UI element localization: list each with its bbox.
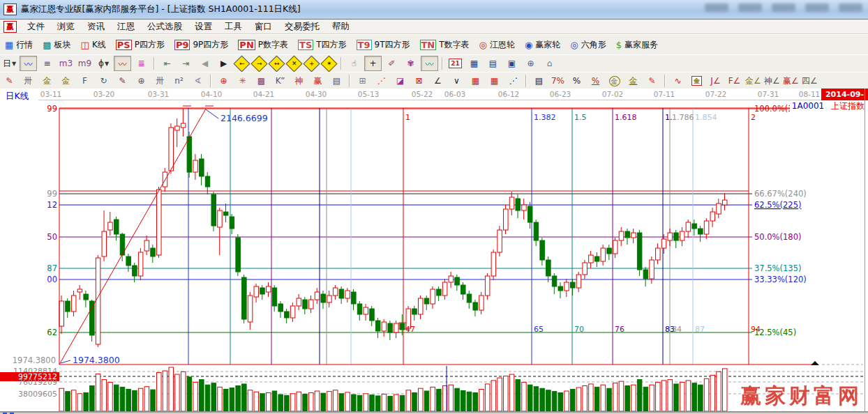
toolbar-button-x-box[interactable]: ⊠ xyxy=(410,73,428,89)
chart-canvas[interactable]: 100.0%(360)9966.67%(240)9962.5%(225)1250… xyxy=(0,102,868,414)
toolbar-button-prev-button[interactable]: ◀ xyxy=(196,56,214,71)
toolbar-button-gold-circle[interactable]: 金 xyxy=(606,73,623,89)
window-button-blurred[interactable] xyxy=(772,3,795,12)
menu-item-文件[interactable]: 文件 xyxy=(21,20,51,34)
toolbar-button-pan-right-diamond[interactable]: → xyxy=(250,55,267,72)
toolbar-button-j-angle[interactable]: J∠ xyxy=(707,73,724,89)
toolbar-button-hand-tool[interactable]: ☝ xyxy=(345,56,363,71)
toolbar-button-angle-sharp[interactable]: ∠ xyxy=(429,73,447,89)
toolbar-button-gann-web[interactable]: ✳ xyxy=(234,73,251,89)
toolbar-button-save-floppy[interactable]: ▣ xyxy=(503,56,521,71)
menu-item-江恩[interactable]: 江恩 xyxy=(111,20,141,34)
toolbar-button-gann-tool-purple[interactable]: ✾ xyxy=(402,56,419,71)
menu-item-窗口[interactable]: 窗口 xyxy=(248,20,278,34)
toolbar-button-gold-underline[interactable]: 金 xyxy=(624,73,642,89)
toolbar-button-workstation[interactable]: ⌂ xyxy=(541,56,558,71)
toolbar-button-gold-angle[interactable]: 金∠ xyxy=(744,73,762,89)
toolbar-button-9p-square[interactable]: P99P四方形 xyxy=(170,37,233,52)
toolbar-button-ma-bars-3[interactable]: m3 xyxy=(57,56,75,71)
menu-item-设置[interactable]: 设置 xyxy=(188,20,218,34)
toolbar-button-notepad[interactable]: ▤ xyxy=(484,56,502,71)
toolbar-button-wave-tool[interactable]: ∿ xyxy=(669,73,687,89)
toolbar-button-fan-box[interactable]: ◪ xyxy=(391,73,409,89)
toolbar-button-red-grid-2[interactable]: ▦ xyxy=(486,73,503,89)
toolbar-button-calculator[interactable]: ▦ xyxy=(465,56,483,71)
toolbar-button-sectors[interactable]: ▩板块 xyxy=(38,37,75,52)
toolbar-button-network-globe[interactable]: ⊕ xyxy=(522,56,539,71)
toolbar-button-zoom-out-diamond[interactable]: ✕ xyxy=(285,55,302,72)
toolbar-button-ying-angle[interactable]: 赢∠ xyxy=(782,73,800,89)
toolbar-button-t-square[interactable]: TST四方形 xyxy=(293,37,352,52)
toolbar-button-angle-pin-tool[interactable]: ✐ xyxy=(383,56,401,71)
toolbar-button-gold-grid-2[interactable]: 金 xyxy=(57,73,75,89)
window-button-blurred[interactable] xyxy=(705,3,728,12)
menu-item-交易委托[interactable]: 交易委托 xyxy=(278,20,326,34)
toolbar-button-f-grid[interactable]: F xyxy=(76,73,93,89)
toolbar-button-shen-grid[interactable]: 神 xyxy=(290,73,308,89)
toolbar-button-shen-angle[interactable]: 神∠ xyxy=(763,73,781,89)
toolbar-button-slant-lines[interactable]: ⋰ xyxy=(504,73,522,89)
window-button-blurred[interactable] xyxy=(738,3,762,12)
toolbar-button-brush-grid[interactable]: ✎ xyxy=(114,73,131,89)
window-button-blurred[interactable] xyxy=(839,3,862,12)
toolbar-button-k-quote[interactable]: K” xyxy=(271,73,289,89)
toolbar-button-f-angle[interactable]: F∠ xyxy=(726,73,743,89)
toolbar-button-pct-line[interactable]: % xyxy=(587,73,604,89)
toolbar-button-ying-grid[interactable]: 赢 xyxy=(309,73,327,89)
toolbar-button-winner-wheel[interactable]: ◉赢家轮 xyxy=(520,37,565,52)
toolbar-button-knife-tool[interactable]: ✎ xyxy=(643,73,661,89)
toolbar-button-globe-grid[interactable]: ⊕ xyxy=(133,73,150,89)
toolbar-button-pct[interactable]: % xyxy=(568,73,585,89)
toolbar-button-calendar-21[interactable]: 21 xyxy=(447,56,464,71)
toolbar-button-target-tool[interactable]: ⊕ xyxy=(215,73,232,89)
toolbar-button-notes-blue[interactable]: ≡ xyxy=(38,56,56,71)
toolbar-button-grid-tool-1[interactable]: 卅 xyxy=(20,73,37,89)
toolbar-button-pct-strike[interactable]: 7% xyxy=(549,73,567,89)
toolbar-button-sketch-teal[interactable]: 〰 xyxy=(421,56,438,71)
toolbar-button-red-grid-1[interactable]: ▦ xyxy=(467,73,484,89)
toolbar-button-angle-pair[interactable]: ∢ xyxy=(189,73,207,89)
menu-item-工具[interactable]: 工具 xyxy=(218,20,248,34)
toolbar-button-t-table[interactable]: TNT数字表 xyxy=(415,37,474,52)
toolbar-button-candle-hollow-dropdown[interactable]: ϕ▼ xyxy=(95,56,112,71)
toolbar-button-p-square[interactable]: PSP四方形 xyxy=(111,37,170,52)
toolbar-button-zoom-in-diamond[interactable]: + xyxy=(303,55,320,72)
toolbar-button-crosshair-tool[interactable]: + xyxy=(364,56,382,71)
toolbar-button-n2-grid[interactable]: n² xyxy=(170,73,188,89)
menu-item-公式选股[interactable]: 公式选股 xyxy=(141,20,188,34)
toolbar-button-p-table[interactable]: PNP数字表 xyxy=(233,37,293,52)
menu-item-浏览[interactable]: 浏览 xyxy=(51,20,81,34)
toolbar-button-sketch-red[interactable]: 〰 xyxy=(114,56,131,71)
titlebar-window-controls[interactable] xyxy=(705,3,862,12)
toolbar-button-web-box[interactable]: ▩ xyxy=(253,73,270,89)
toolbar-button-quote-board[interactable]: ▤ xyxy=(530,73,548,89)
toolbar-button-fan-lines[interactable]: ⋰ xyxy=(373,73,390,89)
toolbar-button-gann-wheel[interactable]: ◎江恩轮 xyxy=(474,37,520,52)
toolbar-button-ma-bars-9[interactable]: m9 xyxy=(76,56,93,71)
toolbar-button-spiral-tool[interactable]: ↻ xyxy=(95,73,112,89)
toolbar-button-expand-all-diamond[interactable]: ✶ xyxy=(320,55,337,72)
toolbar-button-kline[interactable]: ◫K线 xyxy=(76,37,111,52)
window-button-blurred[interactable] xyxy=(805,3,829,12)
toolbar-button-brush-tool[interactable]: ✎ xyxy=(1,73,18,89)
menu-item-资讯[interactable]: 资讯 xyxy=(81,20,111,34)
menu-item-帮助[interactable]: 帮助 xyxy=(326,20,356,34)
toolbar-button-sketch-blue[interactable]: 〰 xyxy=(20,56,37,71)
toolbar-button-histogram-color[interactable]: ≣ xyxy=(133,56,150,71)
toolbar-button-winner-service[interactable]: $赢家服务 xyxy=(611,37,663,52)
toolbar-button-last-button[interactable]: ⇥ xyxy=(177,56,195,71)
toolbar-button-gold-grid-1[interactable]: 金 xyxy=(38,73,56,89)
toolbar-button-box-resize[interactable]: ⊞ xyxy=(354,73,371,89)
toolbar-button-gold-box[interactable]: 金 xyxy=(688,73,705,89)
toolbar-button-si-angle[interactable]: 四∠ xyxy=(801,73,818,89)
toolbar-button-pan-left-diamond[interactable]: ← xyxy=(233,55,250,72)
toolbar-button-candle-style-dropdown[interactable]: 日▼ xyxy=(1,56,18,71)
toolbar-button-hexagon[interactable]: ◎六角形 xyxy=(565,37,611,52)
toolbar-button-next-button[interactable]: ▶ xyxy=(215,56,232,71)
toolbar-button-first-button[interactable]: ⇤ xyxy=(158,56,176,71)
toolbar-button-grid-tool-2[interactable]: 卅 xyxy=(151,73,169,89)
toolbar-button-zigzag[interactable]: ∨ xyxy=(448,73,465,89)
toolbar-button-ruler-grid[interactable]: ▤ xyxy=(328,73,345,89)
toolbar-button-pan-both-diamond[interactable]: ↔ xyxy=(268,55,285,72)
toolbar-button-quotes[interactable]: ▦行情 xyxy=(0,37,38,52)
